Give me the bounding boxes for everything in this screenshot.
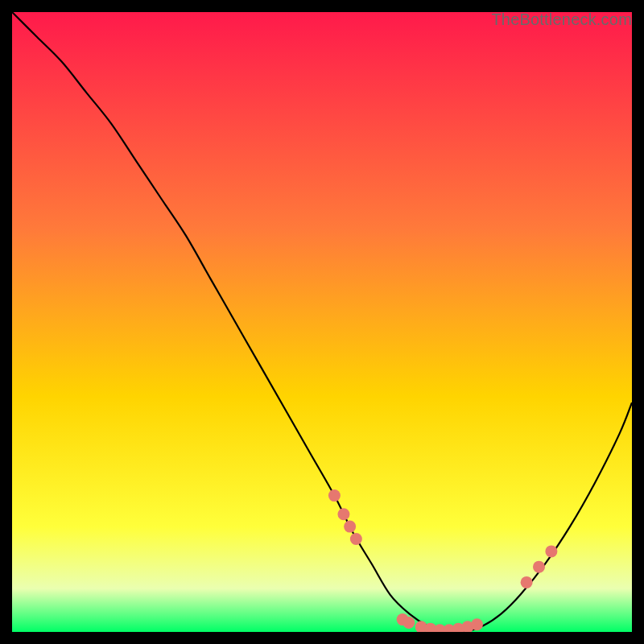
highlight-dot [337,508,349,520]
highlight-dot [402,617,415,629]
highlight-dot [344,521,356,533]
gradient-background [12,12,632,632]
bottleneck-chart [12,12,632,632]
highlight-dot [328,489,341,502]
watermark-text: TheBottleneck.com [491,10,632,29]
highlight-dot [471,618,483,630]
highlight-dot [350,533,362,545]
chart-frame: TheBottleneck.com [12,12,632,632]
highlight-dot [521,576,533,588]
highlight-dot [545,545,557,557]
highlight-dot [533,561,545,573]
